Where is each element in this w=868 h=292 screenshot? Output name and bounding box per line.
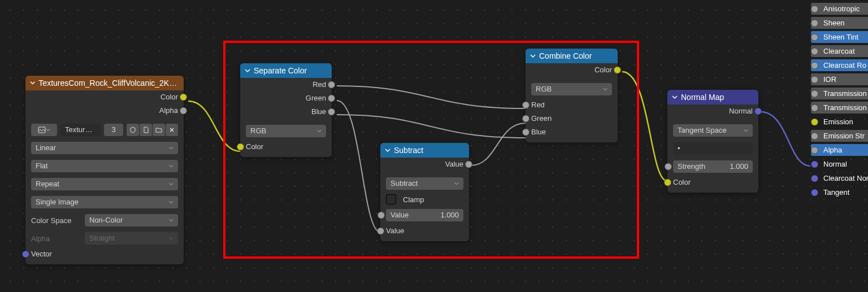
node-title: Separate Color <box>254 63 307 78</box>
file-icon <box>142 127 149 133</box>
input-red[interactable]: Red <box>526 98 618 112</box>
image-type-icon[interactable] <box>31 124 57 136</box>
chevron-down-icon <box>672 94 678 100</box>
node-title: Combine Color <box>539 49 592 63</box>
node-header[interactable]: Normal Map <box>667 90 758 104</box>
input-transmission-roughness[interactable]: Transmission <box>811 102 868 114</box>
node-header[interactable]: Subtract <box>380 143 469 158</box>
unlink-button[interactable] <box>166 124 178 136</box>
interpolation-select[interactable]: Linear <box>31 142 178 154</box>
output-alpha[interactable]: Alpha <box>25 104 184 117</box>
input-ior[interactable]: IOR <box>811 73 868 85</box>
input-anisotropic[interactable]: Anisotropic <box>811 3 868 15</box>
extension-select[interactable]: Repeat <box>31 178 178 190</box>
colorspace-select[interactable]: Non-Color <box>85 214 178 226</box>
output-value[interactable]: Value <box>380 158 469 171</box>
input-transmission[interactable]: Transmission <box>811 88 868 99</box>
input-clearcoat-roughness[interactable]: Clearcoat Ro <box>811 59 868 71</box>
value-a-field[interactable]: Value1.000 <box>386 209 463 221</box>
fake-user-button[interactable] <box>127 124 139 136</box>
input-emission-strength[interactable]: Emission Str <box>811 130 868 142</box>
chevron-down-icon <box>169 200 173 204</box>
normal-map-node[interactable]: Normal Map Normal Tangent Space • Streng… <box>667 90 758 193</box>
chevron-down-icon <box>169 182 173 186</box>
chevron-down-icon <box>30 80 35 86</box>
projection-select[interactable]: Flat <box>31 160 178 172</box>
chevron-down-icon <box>46 128 50 132</box>
chevron-down-icon <box>744 128 748 133</box>
folder-icon <box>155 127 162 133</box>
input-value-b[interactable]: Value <box>380 224 469 238</box>
node-title: TexturesCom_Rock_CliffVolcanic_2K_no... <box>38 76 179 90</box>
output-red[interactable]: Red <box>240 78 332 91</box>
strength-field[interactable]: Strength1.000 <box>673 160 753 173</box>
input-tangent[interactable]: Tangent <box>811 186 868 198</box>
mode-select[interactable]: RGB <box>531 83 612 95</box>
image-texture-node[interactable]: TexturesCom_Rock_CliffVolcanic_2K_no... … <box>25 76 184 264</box>
chevron-down-icon <box>385 147 390 153</box>
new-image-button[interactable] <box>140 124 152 136</box>
mode-select[interactable]: RGB <box>246 125 326 137</box>
math-subtract-node[interactable]: Subtract Value Subtract Clamp Value1.000… <box>380 143 469 241</box>
input-emission[interactable]: Emission <box>811 116 868 128</box>
input-color[interactable]: Color <box>240 140 332 154</box>
chevron-down-icon <box>169 164 173 168</box>
input-clearcoat-normal[interactable]: Clearcoat Norm <box>811 172 868 184</box>
picture-icon <box>38 126 46 134</box>
clamp-checkbox[interactable]: Clamp <box>380 193 469 206</box>
source-select[interactable]: Single Image <box>31 196 178 208</box>
node-title: Normal Map <box>681 90 724 104</box>
output-color[interactable]: Color <box>25 90 184 104</box>
uvmap-field[interactable]: • <box>673 142 753 155</box>
open-image-button[interactable] <box>153 124 165 136</box>
separate-color-node[interactable]: Separate Color Red Green Blue RGB Color <box>240 63 332 157</box>
chevron-down-icon <box>317 129 322 133</box>
input-clearcoat[interactable]: Clearcoat <box>811 45 868 57</box>
alpha-mode-select[interactable]: Straight <box>85 232 178 245</box>
shield-icon <box>129 127 136 133</box>
output-green[interactable]: Green <box>240 91 332 105</box>
node-header[interactable]: Combine Color <box>526 49 618 63</box>
users-count[interactable]: 3 <box>104 124 123 136</box>
input-sheen[interactable]: Sheen <box>811 17 868 29</box>
output-normal[interactable]: Normal <box>667 104 758 118</box>
space-select[interactable]: Tangent Space <box>673 124 753 137</box>
input-vector[interactable]: Vector <box>25 247 184 261</box>
shader-input-list: Anisotropic Sheen Sheen Tint Clearcoat C… <box>811 3 868 198</box>
combine-color-node[interactable]: Combine Color Color RGB Red Green Blue <box>526 49 618 142</box>
chevron-down-icon <box>169 146 173 150</box>
chevron-down-icon <box>603 87 607 91</box>
input-sheen-tint[interactable]: Sheen Tint <box>811 31 868 43</box>
input-green[interactable]: Green <box>526 112 618 125</box>
input-color[interactable]: Color <box>667 176 758 189</box>
close-icon <box>169 127 175 133</box>
chevron-down-icon <box>245 68 250 73</box>
image-name-field[interactable]: TexturesCo... <box>60 124 101 136</box>
chevron-down-icon <box>530 53 536 59</box>
node-header[interactable]: TexturesCom_Rock_CliffVolcanic_2K_no... <box>25 76 184 90</box>
operation-select[interactable]: Subtract <box>386 177 463 190</box>
chevron-down-icon <box>169 236 173 241</box>
alpha-mode-label: Alpha <box>31 234 79 243</box>
input-blue[interactable]: Blue <box>526 125 618 139</box>
colorspace-label: Color Space <box>31 216 79 225</box>
checkbox-icon <box>386 194 396 204</box>
chevron-down-icon <box>454 181 459 186</box>
node-header[interactable]: Separate Color <box>240 63 332 78</box>
chevron-down-icon <box>169 218 173 223</box>
node-title: Subtract <box>394 143 423 158</box>
image-browser-row[interactable]: TexturesCo... 3 <box>25 121 184 139</box>
input-alpha[interactable]: Alpha <box>811 144 868 156</box>
output-color[interactable]: Color <box>526 63 618 77</box>
input-normal[interactable]: Normal <box>811 158 868 170</box>
output-blue[interactable]: Blue <box>240 105 332 119</box>
